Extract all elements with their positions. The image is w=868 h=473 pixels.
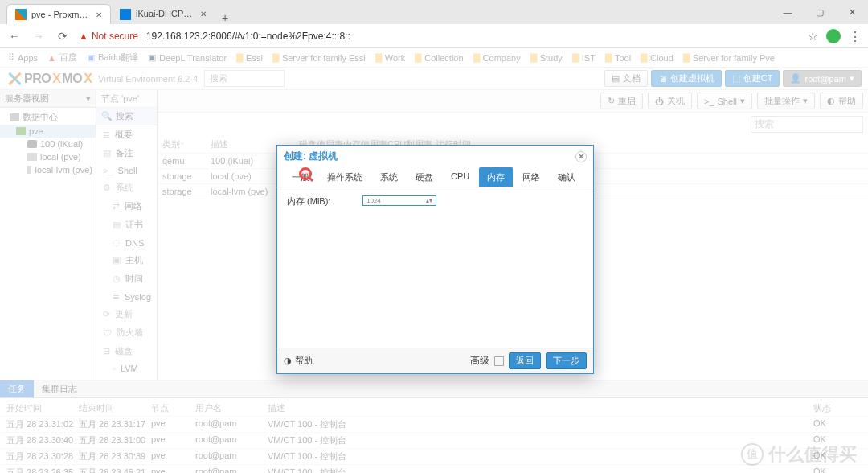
tree-header[interactable]: 服务器视图▾ xyxy=(0,90,96,108)
create-vm-button[interactable]: 🖥创建虚拟机 xyxy=(651,70,722,87)
shutdown-button[interactable]: ⏻关机 xyxy=(648,93,692,109)
tab-cpu[interactable]: CPU xyxy=(443,167,477,187)
bookmark-folder[interactable]: ▇IST xyxy=(572,52,596,63)
tab-confirm[interactable]: 确认 xyxy=(550,167,583,187)
folder-icon: ▇ xyxy=(572,52,579,63)
url-text[interactable]: 192.168.123.2:8006/#v1:0:=node%2Fpve:4::… xyxy=(146,31,350,42)
tab-network[interactable]: 网络 xyxy=(514,167,548,187)
nav-time[interactable]: ◷时间 xyxy=(96,269,157,288)
bookmark-folder[interactable]: ▇Work xyxy=(375,52,405,63)
apps-button[interactable]: ⠿Apps xyxy=(8,52,38,63)
server-icon xyxy=(10,113,19,121)
nav-disks[interactable]: ⊟磁盘 xyxy=(96,342,157,360)
watermark: 值 什么值得买 xyxy=(741,442,857,467)
bookmark-item[interactable]: ▲百度 xyxy=(47,51,77,64)
close-icon[interactable]: ✕ xyxy=(96,10,102,19)
bookmark-folder[interactable]: ▇Tool xyxy=(605,52,631,63)
nav-lvm[interactable]: ▫LVM xyxy=(96,360,157,376)
forward-icon[interactable]: → xyxy=(31,30,47,43)
bulk-button[interactable]: 批量操作 ▾ xyxy=(757,93,815,109)
tab-tasks[interactable]: 任务 xyxy=(0,380,34,397)
nav-network[interactable]: ⇄网络 xyxy=(96,197,157,216)
log-row[interactable]: 五月 28 23.30:28五月 28 23.30:39pveroot@pamV… xyxy=(0,449,868,465)
user-icon: 👤 xyxy=(790,73,801,84)
global-search-input[interactable]: 搜索 xyxy=(204,70,285,87)
bookmark-folder[interactable]: ▇Company xyxy=(473,52,521,63)
minimize-icon[interactable]: — xyxy=(772,0,804,24)
nav-hosts[interactable]: ▣主机 xyxy=(96,251,157,269)
maximize-icon[interactable]: ▢ xyxy=(804,0,836,24)
browser-tab[interactable]: iKuai-DHCP服务端 ✕ xyxy=(111,3,215,24)
bookmark-folder[interactable]: ▇Essi xyxy=(236,52,263,63)
tab-memory[interactable]: 内存 xyxy=(479,167,513,187)
bookmark-folder[interactable]: ▇Server for family Essi xyxy=(272,52,366,63)
tab-system[interactable]: 系统 xyxy=(372,167,406,187)
nav-dns[interactable]: ◌DNS xyxy=(96,234,157,251)
nav-summary[interactable]: ≣概要 xyxy=(96,125,157,144)
security-indicator[interactable]: ▲ Not secure xyxy=(79,31,138,42)
log-row[interactable]: 五月 28 23.31:02五月 28 23.31:17pveroot@pamV… xyxy=(0,417,868,433)
dialog-help-button[interactable]: ◑帮助 xyxy=(284,355,313,367)
folder-icon: ▇ xyxy=(641,52,647,63)
bookmark-folder[interactable]: ▇Study xyxy=(530,52,563,63)
tree-node-vm100[interactable]: 100 (iKuai) xyxy=(0,138,96,150)
dialog-header[interactable]: 创建: 虚拟机 ✕ xyxy=(277,146,593,167)
nav-system[interactable]: ⚙系统 xyxy=(96,179,157,197)
tree-node-datacenter[interactable]: 数据中心 xyxy=(0,109,96,125)
nav-syslog[interactable]: ≣Syslog xyxy=(96,288,157,305)
address-bar: ← → ⟳ ▲ Not secure 192.168.123.2:8006/#v… xyxy=(0,24,868,48)
new-tab-button[interactable]: + xyxy=(215,11,235,24)
bookmark-item[interactable]: ▣DeepL Translator xyxy=(148,52,227,63)
close-icon[interactable]: ✕ xyxy=(575,151,587,162)
tree-node-locallvm[interactable]: local-lvm (pve) xyxy=(0,163,96,176)
nav-updates[interactable]: ⟳更新 xyxy=(96,305,157,323)
reload-icon[interactable]: ⟳ xyxy=(55,30,71,43)
nav-certs[interactable]: ▤证书 xyxy=(96,216,157,234)
tree-node-pve[interactable]: pve xyxy=(0,125,96,138)
back-icon[interactable]: ← xyxy=(6,30,23,43)
create-ct-button[interactable]: ⬚创建CT xyxy=(725,70,780,87)
bookmark-folder[interactable]: ▇Cloud xyxy=(641,52,674,63)
nav-shell[interactable]: >_Shell xyxy=(96,162,157,179)
dialog-footer: ◑帮助 高级 返回 下一步 xyxy=(277,348,593,373)
storage-icon xyxy=(27,153,37,161)
next-button[interactable]: 下一步 xyxy=(546,352,587,369)
nav-notes[interactable]: ▤备注 xyxy=(96,144,157,162)
tree-node-local[interactable]: local (pve) xyxy=(0,150,96,163)
chevron-down-icon: ▾ xyxy=(803,96,808,106)
close-icon[interactable]: ✕ xyxy=(200,10,207,19)
nav-firewall[interactable]: 🛡防火墙 xyxy=(96,323,157,342)
menu-icon[interactable]: ⋮ xyxy=(849,29,862,44)
shell-button[interactable]: >_Shell ▾ xyxy=(697,93,752,109)
dialog-title: 创建: 虚拟机 xyxy=(284,150,338,163)
bookmark-folder[interactable]: ▇Collection xyxy=(415,52,463,63)
tab-disk[interactable]: 硬盘 xyxy=(407,167,441,187)
col-type[interactable]: 类别↑ xyxy=(162,138,211,150)
bookmark-folder[interactable]: ▇Server for family Pve xyxy=(683,52,775,63)
browser-tab-active[interactable]: pve - Proxmox Virtual Environme ✕ xyxy=(6,4,111,24)
docs-button[interactable]: ▤文档 xyxy=(604,70,648,87)
bookmark-item[interactable]: ▣Baidu翻译 xyxy=(87,51,138,64)
tab-os[interactable]: 操作系统 xyxy=(319,167,371,187)
bookmark-star-icon[interactable]: ☆ xyxy=(808,30,818,43)
book-icon: ▤ xyxy=(612,73,620,84)
memory-input[interactable]: 1024 ▴▾ xyxy=(362,195,436,206)
profile-avatar[interactable] xyxy=(826,29,841,43)
tab-cluster-log[interactable]: 集群日志 xyxy=(34,380,85,397)
log-row[interactable]: 五月 28 23.30:40五月 28 23.31:00pveroot@pamV… xyxy=(0,433,868,449)
advanced-checkbox[interactable] xyxy=(494,356,504,366)
help-icon: ◑ xyxy=(284,356,292,366)
user-menu-button[interactable]: 👤root@pam ▾ xyxy=(783,70,862,87)
content-search-input[interactable]: 搜索 xyxy=(751,116,863,133)
reboot-button[interactable]: ↻重启 xyxy=(600,93,643,109)
close-window-icon[interactable]: ✕ xyxy=(836,0,868,24)
back-button[interactable]: 返回 xyxy=(509,352,541,369)
help-button[interactable]: ◐帮助 xyxy=(820,93,863,109)
nav-search[interactable]: 🔍搜索 xyxy=(96,108,157,125)
create-vm-dialog: 创建: 虚拟机 ✕ 一般 操作系统 系统 硬盘 CPU 内存 网络 确认 内存 … xyxy=(276,145,594,374)
spinner-arrows-icon[interactable]: ▴▾ xyxy=(426,197,432,204)
log-header: 开始时间结束时间节点用户名描述状态 xyxy=(0,398,868,417)
note-icon: ▤ xyxy=(103,148,111,158)
folder-icon: ▇ xyxy=(272,52,279,63)
log-row[interactable]: 五月 28 23.26:35五月 28 23.45:21pveroot@pamV… xyxy=(0,465,868,473)
